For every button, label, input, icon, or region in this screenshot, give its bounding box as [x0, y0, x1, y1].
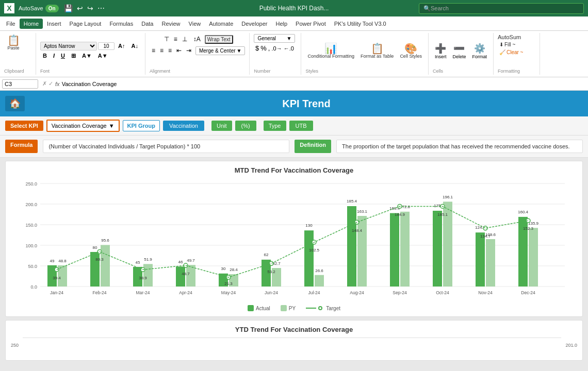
kpi-selectors: Select KPI Vaccination Coverage ▼ KPI Gr…: [0, 116, 588, 136]
cells-label: Cells: [433, 68, 443, 74]
conditional-formatting-button[interactable]: 📊 Conditional Formatting: [305, 42, 356, 60]
search-input[interactable]: [431, 5, 579, 11]
align-center-button[interactable]: ≡: [158, 45, 166, 56]
insert-button[interactable]: ➕ Insert: [433, 42, 449, 60]
more-icon[interactable]: ⋯: [96, 3, 106, 13]
number-format-select[interactable]: General ▼: [254, 34, 295, 43]
increase-indent-button[interactable]: ⇥: [184, 45, 193, 56]
svg-text:Feb-24: Feb-24: [93, 290, 107, 295]
border-button[interactable]: ⊞: [69, 52, 78, 60]
kpi-dropdown-arrow[interactable]: ▼: [109, 123, 115, 129]
format-button[interactable]: ⚙️ Format: [470, 42, 489, 60]
menu-help[interactable]: Help: [271, 19, 291, 29]
legend-target-dot: [318, 306, 322, 310]
formula-bar: ✗ ✓ fx: [0, 77, 588, 91]
decrease-decimal-button[interactable]: .0→: [271, 45, 282, 52]
menu-power-pivot[interactable]: Power Pivot: [291, 19, 330, 29]
mtd-chart-container: 250.0 200.0 150.0 100.0 50.0 0.0: [11, 178, 577, 302]
svg-text:196.1: 196.1: [443, 195, 453, 199]
font-size-input[interactable]: [98, 42, 115, 50]
bar-apr-actual: [176, 266, 185, 286]
fill-color-button[interactable]: A▼: [79, 52, 94, 60]
excel-icon: X: [4, 3, 14, 13]
currency-button[interactable]: $: [255, 44, 259, 52]
underline-button[interactable]: U: [58, 52, 68, 60]
home-icon[interactable]: 🏠: [5, 96, 25, 111]
comma-button[interactable]: ,: [268, 44, 270, 52]
styles-label: Styles: [305, 68, 318, 74]
menu-insert[interactable]: Insert: [43, 19, 66, 29]
text-direction-button[interactable]: ↕A: [191, 34, 203, 44]
menu-review[interactable]: Review: [157, 19, 184, 29]
svg-text:150.0: 150.0: [25, 223, 37, 228]
svg-text:130: 130: [305, 223, 313, 228]
font-increase-button[interactable]: A↑: [116, 42, 127, 50]
svg-text:49.7: 49.7: [187, 258, 195, 263]
format-as-table-button[interactable]: 📋 Format as Table: [358, 42, 396, 60]
autosave-toggle[interactable]: On: [45, 5, 59, 12]
decrease-indent-button[interactable]: ⇤: [174, 45, 184, 56]
title-bar: X AutoSave On 💾 ↩ ↪ ⋯ Public Health KPI …: [0, 0, 588, 16]
align-middle-button[interactable]: ≡: [172, 34, 179, 44]
clear-button[interactable]: 🧹 Clear ~: [498, 49, 525, 56]
font-decrease-button[interactable]: A↓: [128, 42, 140, 50]
definition-label: Definition: [295, 140, 331, 153]
paste-button[interactable]: 📋 Paste: [4, 34, 23, 52]
bold-button[interactable]: B: [40, 52, 50, 60]
menu-data[interactable]: Data: [137, 19, 157, 29]
kpi-dropdown[interactable]: Vaccination Coverage ▼: [46, 120, 120, 132]
menu-view[interactable]: View: [185, 19, 205, 29]
autosum-button[interactable]: AutoSum: [498, 34, 525, 40]
number-format-dropdown[interactable]: ▼: [287, 36, 292, 41]
wrap-text-button[interactable]: Wrap Text: [205, 35, 233, 44]
menu-page-layout[interactable]: Page Layout: [66, 19, 106, 29]
search-box[interactable]: 🔍: [419, 3, 584, 14]
ribbon-editing: AutoSum ⬇ Fill ~ 🧹 Clear ~ Formatting: [494, 33, 540, 75]
number-label: Number: [254, 68, 270, 74]
svg-text:21.3: 21.3: [224, 281, 233, 286]
menu-automate[interactable]: Automate: [205, 19, 237, 29]
svg-text:152.3: 152.3: [523, 226, 534, 231]
undo-icon[interactable]: ↩: [76, 3, 84, 13]
increase-decimal-button[interactable]: ←.0: [284, 45, 294, 52]
save-icon[interactable]: 💾: [63, 3, 74, 13]
align-top-button[interactable]: ⊤: [162, 34, 171, 44]
merge-center-button[interactable]: Merge & Center ▼: [195, 46, 246, 55]
mtd-chart-svg: 250.0 200.0 150.0 100.0 50.0 0.0: [11, 178, 577, 302]
formula-input[interactable]: [62, 81, 586, 87]
align-right-button[interactable]: ≡: [166, 45, 174, 56]
alignment-label: Alignment: [150, 68, 170, 74]
svg-text:Sep-24: Sep-24: [393, 290, 407, 295]
cell-styles-button[interactable]: 🎨 Cell Styles: [398, 42, 424, 60]
menu-formulas[interactable]: Formulas: [105, 19, 137, 29]
delete-button[interactable]: ➖ Delete: [450, 42, 468, 60]
italic-button[interactable]: I: [51, 52, 57, 60]
svg-text:48.7: 48.7: [182, 272, 190, 276]
percent-button[interactable]: %: [260, 44, 267, 52]
svg-text:45: 45: [136, 260, 140, 265]
svg-text:148.4: 148.4: [352, 228, 363, 233]
font-color-button[interactable]: A▼: [95, 52, 110, 60]
svg-text:28.4: 28.4: [230, 267, 238, 272]
redo-icon[interactable]: ↪: [86, 3, 94, 13]
menu-developer[interactable]: Developer: [237, 19, 271, 29]
svg-text:39.4: 39.4: [53, 276, 61, 280]
merge-dropdown-icon[interactable]: ▼: [237, 48, 242, 54]
font-name-select[interactable]: Aptos Narrow: [40, 42, 97, 50]
mtd-chart-title: MTD Trend For Vaccination Coverage: [11, 166, 577, 174]
align-bottom-button[interactable]: ⊥: [180, 34, 189, 44]
svg-text:51.9: 51.9: [144, 257, 152, 262]
svg-text:62: 62: [264, 252, 269, 257]
fill-button[interactable]: ⬇ Fill ~: [498, 41, 525, 48]
align-left-button[interactable]: ≡: [150, 45, 157, 56]
cell-reference-input[interactable]: [2, 79, 38, 89]
svg-text:49: 49: [50, 259, 55, 263]
svg-text:175: 175: [434, 204, 441, 208]
svg-text:Apr-24: Apr-24: [179, 290, 192, 295]
clear-icon: 🧹: [499, 49, 505, 55]
menu-pks-tool[interactable]: PK's Utility Tool V3.0: [330, 19, 390, 29]
target-line: [57, 206, 528, 277]
menu-file[interactable]: File: [2, 19, 20, 29]
menu-home[interactable]: Home: [20, 19, 43, 29]
svg-text:185.4: 185.4: [347, 199, 357, 204]
